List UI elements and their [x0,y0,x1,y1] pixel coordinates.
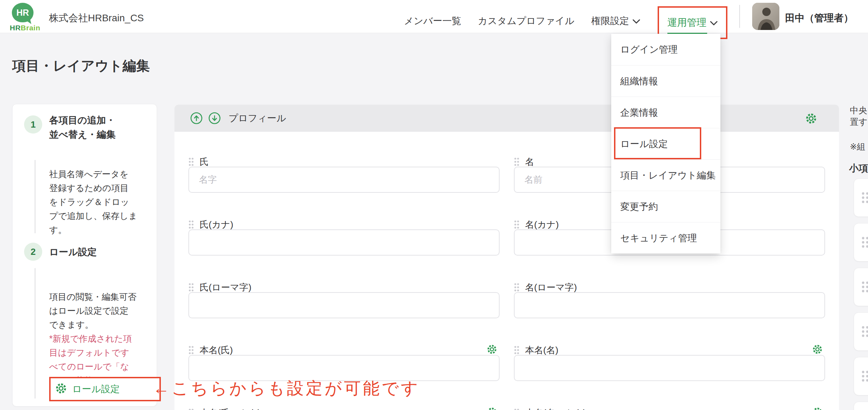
field-last-name-kana: 氏(カナ) [188,220,500,256]
draggable-item-card [854,268,868,306]
field-label: 名 [525,156,534,168]
nav-item-members[interactable]: メンバー一覧 [404,15,461,26]
field-input[interactable] [188,292,500,318]
field-label: 本名(氏) [200,344,233,356]
drag-handle-icon[interactable] [514,346,519,355]
nav-item-label: カスタムプロファイル [478,15,574,27]
gear-icon [55,382,67,396]
gear-icon[interactable] [486,407,497,410]
field-input[interactable] [514,355,825,381]
nav-item-permission-settings[interactable]: 権限設定 [591,15,640,26]
step-connector-line [35,160,36,233]
drag-handle-icon[interactable] [188,346,194,355]
drag-handle-icon[interactable] [188,157,194,166]
field-label: 氏(カナ) [200,219,233,231]
drag-handle-icon[interactable] [188,283,194,292]
drag-handle-icon[interactable] [861,236,868,249]
logo-word-hr: HR [10,24,21,32]
field-label: 氏 [200,156,209,168]
right-rail-clipped-text: 中央 置す [850,105,868,128]
draggable-item-card [854,402,868,410]
field-input[interactable] [188,229,500,256]
drag-handle-icon[interactable] [514,157,519,166]
hrbrain-logo-wordmark: HRBrain [10,24,40,32]
field-label: 本名(名) [525,344,558,356]
field-first-name-romaji: 名(ローマ字) [514,282,825,318]
field-label: 氏(ローマ字) [200,281,252,294]
field-label: 名(ローマ字) [525,281,577,294]
step-connector-line [35,268,36,398]
gear-icon[interactable] [812,344,823,356]
menu-item-organization-info[interactable]: 組織情報 [611,65,720,97]
step-2-badge: 2 [24,243,42,261]
hrbrain-logo-bubble: HR [12,3,33,22]
drag-handle-icon[interactable] [861,370,868,382]
logo-word-brain: Brain [21,24,40,32]
field-input[interactable] [188,167,500,193]
drag-handle-icon[interactable] [514,220,519,229]
move-section-down-icon[interactable] [208,112,221,124]
chevron-down-icon [633,16,640,26]
drag-handle-icon[interactable] [514,283,519,292]
field-real-last-name: 本名(氏) [188,345,500,381]
menu-item-item-layout-edit[interactable]: 項目・レイアウト編集 [611,159,720,191]
operation-management-dropdown-menu: ログイン管理 組織情報 企業情報 ロール設定 項目・レイアウト編集 変更予約 セ… [611,34,720,253]
chevron-down-icon [710,17,718,28]
nav-item-operation-management[interactable]: 運用管理 [667,16,718,29]
menu-item-company-info[interactable]: 企業情報 [611,97,720,128]
move-section-up-icon[interactable] [190,112,203,124]
field-last-name: 氏 [188,157,500,193]
section-gear-icon[interactable] [805,112,817,126]
nav-item-label: 運用管理 [667,16,706,29]
draggable-item-card [854,312,868,351]
drag-handle-icon[interactable] [514,408,519,410]
step-1-badge: 1 [24,115,42,134]
guide-steps-card: 1 各項目の追加・ 並べ替え・編集 社員名簿へデータを 登録するための項目 をド… [12,104,157,407]
profile-section-header: プロフィール [174,105,839,132]
step-1-title: 各項目の追加・ 並べ替え・編集 [49,113,115,142]
field-label: 名(カナ) [525,219,559,231]
menu-item-role-settings[interactable]: ロール設定 [611,128,720,159]
right-rail-clipped-note: ※組 [850,141,865,152]
topbar-divider [739,5,740,28]
menu-item-change-reservation[interactable]: 変更予約 [611,191,720,222]
field-real-first-name: 本名(名) [514,345,825,381]
nav-item-custom-profile[interactable]: カスタムプロファイル [478,15,574,26]
gear-icon[interactable] [486,344,497,356]
hrbrain-logo[interactable]: HR HRBrain [10,2,45,33]
field-real-first-name-kana: 本名(名 カナ) [514,408,825,410]
profile-fields-grid: 氏 氏(カナ) 氏(ローマ字) [174,132,839,410]
drag-handle-icon[interactable] [861,281,868,293]
step-1-description: 社員名簿へデータを 登録するための項目 をドラッグ＆ドロッ プで追加し、保存しま… [49,167,154,237]
profile-section-panel: プロフィール 氏 氏(カナ) [174,105,839,410]
role-settings-link[interactable]: ロール設定 [49,377,161,401]
right-rail-clipped-subtitle: 小項 [849,162,868,175]
step-2-title: ロール設定 [49,245,97,259]
profile-section-title: プロフィール [229,112,286,124]
drag-handle-icon[interactable] [188,408,194,410]
user-name: 田中（管理者） [785,12,853,25]
drag-handle-icon[interactable] [861,325,868,338]
field-input[interactable] [514,292,825,318]
drag-handle-icon[interactable] [188,220,194,229]
gear-icon[interactable] [812,407,823,410]
step-2-description-text: 項目の閲覧・編集可否 はロール設定で設定 できます。 [49,292,137,329]
red-annotation-text: ←こちらからも設定が可能です [153,377,420,400]
drag-handle-icon[interactable] [861,191,868,204]
draggable-item-card [854,223,868,261]
fields-column-left: 氏 氏(カナ) 氏(ローマ字) [188,157,500,410]
field-last-name-romaji: 氏(ローマ字) [188,282,500,318]
draggable-item-card [854,179,868,217]
draggable-item-card [854,357,868,395]
field-label: 本名(氏 カナ) [200,407,261,410]
menu-item-security-management[interactable]: セキュリティ管理 [611,222,720,253]
field-label: 本名(名 カナ) [525,407,586,410]
role-settings-link-label: ロール設定 [72,383,120,395]
top-navigation-bar: HR HRBrain 株式会社HRBrain_CS メンバー一覧 カスタムプロフ… [0,0,868,33]
menu-item-login-management[interactable]: ログイン管理 [611,34,720,65]
page-title: 項目・レイアウト編集 [12,56,150,75]
field-real-last-name-kana: 本名(氏 カナ) [188,408,500,410]
company-name: 株式会社HRBrain_CS [49,12,144,25]
nav-item-label: 権限設定 [591,15,629,27]
user-avatar[interactable] [752,3,779,30]
